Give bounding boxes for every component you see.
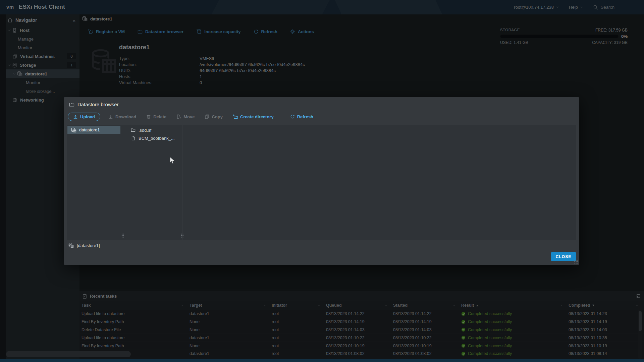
dialog-resize-grip[interactable] [574,259,578,263]
datastore-browser-dialog: Datastore browser Upload Download Delete… [64,97,579,265]
button-label: Copy [212,114,223,119]
dialog-toolbar: Upload Download Delete Move Copy Create … [68,112,315,121]
refresh-icon [290,114,295,119]
create-directory-button[interactable]: Create directory [231,113,276,121]
button-label: Delete [153,114,166,119]
selected-path-statusbar: [datastore1] [68,243,100,248]
file-item-sdd-sf[interactable]: .sdd.sf [131,126,151,134]
selected-path-label: [datastore1] [77,243,100,248]
copy-icon [205,114,209,119]
datastore-icon [68,243,74,248]
button-label: Refresh [297,114,313,119]
upload-button[interactable]: Upload [68,113,100,121]
folder-icon [131,128,136,132]
dialog-title: Datastore browser [69,102,119,107]
download-icon [108,114,113,119]
upload-icon [73,114,78,119]
datastore-tree-item-selected[interactable]: datastore1 [67,126,120,134]
column-divider[interactable] [123,125,123,240]
divider [282,113,282,120]
move-button[interactable]: Move [174,113,197,121]
folder-icon [69,102,74,107]
download-button[interactable]: Download [106,113,138,121]
column-resize-grip[interactable] [181,233,184,238]
delete-button[interactable]: Delete [144,113,168,121]
tree-item-label: datastore1 [79,127,100,132]
folder-plus-icon [233,114,238,119]
dialog-title-label: Datastore browser [77,102,119,107]
column-divider[interactable] [182,125,182,240]
file-item-label: .sdd.sf [139,128,151,133]
refresh-button[interactable]: Refresh [288,113,315,121]
file-browser-area: datastore1 .sdd.sf BCM_bootbank_... [67,125,576,240]
close-button[interactable]: CLOSE [551,252,576,261]
column-resize-grip[interactable] [121,233,124,238]
file-icon [131,136,136,140]
button-label: Upload [80,114,95,119]
copy-button[interactable]: Copy [203,113,225,121]
move-icon [176,114,181,119]
button-label: Download [115,114,136,119]
datastore-icon [71,127,76,133]
trash-icon [146,114,151,119]
button-label: Create directory [240,114,274,119]
file-item-label: BCM_bootbank_... [139,136,175,141]
file-item-bcm-bootbank[interactable]: BCM_bootbank_... [131,134,175,142]
button-label: Move [183,114,195,119]
